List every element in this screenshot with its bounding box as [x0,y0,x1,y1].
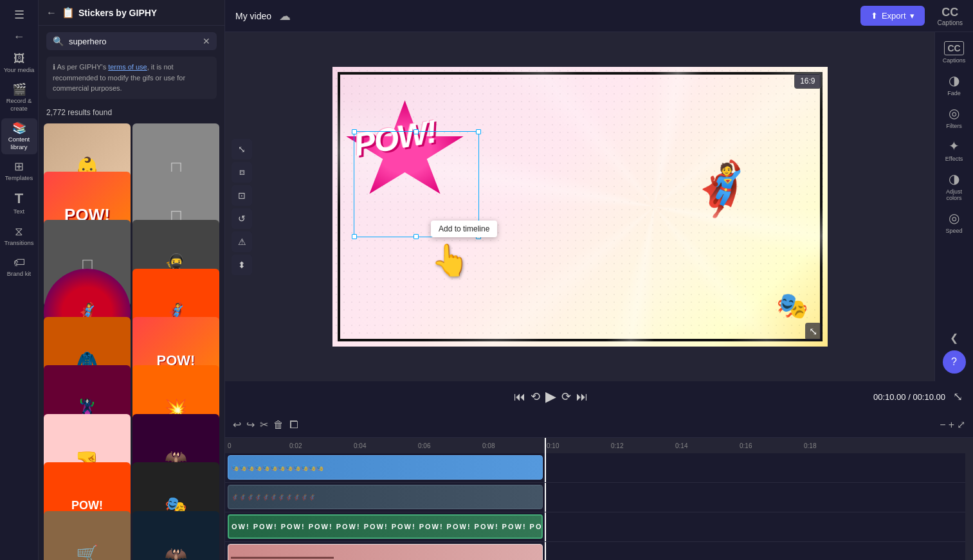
fit-button[interactable]: ⊡ [232,185,252,206]
track-row-2: 🦸🦸🦸🦸🦸🦸🦸🦸🦸🦸🦸 [225,483,965,512]
stickers-panel: ← 📋 Stickers by GIPHY 🔍 ✕ ℹ As per GIPHY… [39,0,225,560]
sidebar-item-content-library[interactable]: 📚 Contentlibrary [1,118,37,154]
main-area: My video ☁ ⬆ Export ▾ CC Captions ⤡ ⧈ ⊡ … [225,0,973,560]
captions-tool-label: Captions [943,57,966,64]
notice-text: ℹ As per GIPHY's terms of use, it is not… [53,63,185,92]
track2-playhead [545,483,546,512]
fade-label: Fade [947,90,961,96]
aspect-ratio-badge[interactable]: 16:9 [794,73,821,89]
timeline-cut-button[interactable]: ✂ [260,419,268,431]
track-row-3: OW! POW! POW! POW! POW! POW! POW! POW! P… [225,512,965,542]
adjust-label: Adjust colors [940,188,968,201]
fullscreen-button[interactable]: ⤡ [805,323,821,340]
sidebar-item-brand-kit[interactable]: 🏷 Brand kit [1,253,37,281]
right-panel: CC Captions ◑ Fade ◎ Filters ✦ Effects ◑… [934,32,973,381]
panel-back-button[interactable]: ← [46,7,57,19]
captions-button[interactable]: CC Captions [938,6,963,26]
track-clip-4[interactable]: ▬▬▬▬▬▬▬▬▬▬▬▬▬▬▬▬ [228,544,543,560]
panel-title-area: 📋 Stickers by GIPHY [62,6,157,19]
sticker-item-18[interactable]: 🦇 [132,511,219,560]
right-tool-fade[interactable]: ◑ Fade [938,69,971,100]
your-media-icon: 🖼 [14,53,25,64]
export-button[interactable]: ⬆ Export ▾ [860,6,925,26]
timeline-delete-button[interactable]: 🗑 [273,419,284,431]
track3-playhead [545,512,546,541]
video-canvas: 🦸 🎭 POW! [332,67,828,347]
warning-button[interactable]: ⚠ [232,231,252,252]
cc-icon: CC [941,6,958,19]
sticker-grid: 👶 ◻ POW! ◻ ◻ 🥷 🦸‍♀️ 🦸 🧥 POW! [39,121,224,561]
timeline-redo-button[interactable]: ↪ [246,419,255,431]
sidebar-item-text[interactable]: T Text [1,188,37,219]
right-tool-captions[interactable]: CC Captions [938,37,971,68]
pow-sticker-element[interactable]: POW! [344,100,466,203]
sidebar-item-menu[interactable]: ☰ [1,5,37,24]
ruler-04: 0:04 [354,442,366,449]
timeline-undo-button[interactable]: ↩ [233,419,241,431]
sidebar-item-back[interactable]: ← [1,27,37,46]
crop-button[interactable]: ⧈ [232,162,252,183]
help-button[interactable]: ? [943,350,966,374]
expand-canvas-button[interactable]: ⤡ [232,139,252,159]
project-title: My video [235,11,271,21]
timeline-clip-button[interactable]: ⧠ [289,419,299,431]
brand-kit-icon: 🏷 [14,257,25,268]
track-clip-2[interactable]: 🦸🦸🦸🦸🦸🦸🦸🦸🦸🦸🦸 [228,485,543,509]
fullscreen-playback-button[interactable]: ⤡ [953,390,963,404]
flip-button[interactable]: ⬍ [232,255,252,275]
sidebar-item-record[interactable]: 🎬 Record &create [1,80,37,116]
fast-forward-button[interactable]: ⟳ [561,390,571,404]
ruler-start: 0 [228,442,232,449]
undo-canvas-button[interactable]: ↺ [232,208,252,229]
templates-label: Templates [5,174,33,181]
speed-label: Speed [945,228,962,234]
topbar: My video ☁ ⬆ Export ▾ CC Captions [225,0,973,32]
sticker-item-17[interactable]: 🛒 [44,511,131,560]
right-tool-filters[interactable]: ◎ Filters [938,102,971,133]
skip-back-button[interactable]: ⏮ [514,390,525,404]
brand-kit-label: Brand kit [7,270,32,277]
filters-label: Filters [946,123,962,129]
right-tool-speed[interactable]: ◎ Speed [938,206,971,238]
templates-icon: ⊞ [14,161,24,172]
track-clip-1[interactable]: 🎭🎭🎭🎭🎭🎭🎭🎭🎭🎭🎭🎭 [228,455,543,480]
giphy-notice: ℹ As per GIPHY's terms of use, it is not… [46,57,217,99]
play-pause-button[interactable]: ▶ [545,388,556,405]
sidebar-item-templates[interactable]: ⊞ Templates [1,157,37,185]
search-input[interactable] [69,37,197,46]
results-count: 2,772 results found [39,104,224,121]
right-tool-adjust[interactable]: ◑ Adjust colors [938,167,971,205]
help-icon: ? [951,356,957,368]
transitions-icon: ⧖ [15,226,23,237]
content-library-icon: 📚 [12,122,26,134]
playhead[interactable] [545,438,546,453]
zoom-in-button[interactable]: + [949,419,954,431]
play-controls: ⏮ ⟲ ▶ ⟳ ⏭ [235,388,866,405]
sidebar-item-transitions[interactable]: ⧖ Transitions [1,222,37,250]
canvas-wrapper: ⤡ ⧈ ⊡ ↺ ⚠ ⬍ 🦸 [225,32,934,381]
collapse-right-panel-button[interactable]: ❮ [945,327,963,349]
rewind-button[interactable]: ⟲ [531,390,540,404]
track-row-1: 🎭🎭🎭🎭🎭🎭🎭🎭🎭🎭🎭🎭 [225,453,965,483]
expand-timeline-button[interactable]: ⤢ [957,419,965,431]
search-clear-button[interactable]: ✕ [203,36,210,46]
right-tool-effects[interactable]: ✦ Effects [938,134,971,166]
ruler-08: 0:08 [482,442,495,449]
skip-forward-button[interactable]: ⏭ [576,390,588,404]
timeline-scrollbar[interactable] [965,438,973,560]
sidebar-item-your-media[interactable]: 🖼 Your media [1,49,37,77]
filters-icon: ◎ [949,105,959,121]
zoom-out-button[interactable]: − [940,419,945,431]
time-display: 00:10.00 / 00:10.00 [871,392,948,402]
export-icon: ⬆ [871,11,878,21]
search-container: 🔍 ✕ [39,26,224,57]
panel-title-icon: 📋 [62,6,75,19]
captions-icon: CC [944,41,963,55]
track-clip-3[interactable]: OW! POW! POW! POW! POW! POW! POW! POW! P… [228,514,543,539]
search-box: 🔍 ✕ [46,32,217,50]
speed-icon: ◎ [949,210,959,226]
project-options-button[interactable]: ☁ [279,9,291,23]
timeline-toolbar: ↩ ↪ ✂ 🗑 ⧠ − + ⤢ [225,412,973,438]
timeline-content: 0 0:02 0:04 0:06 0:08 0:10 0:12 0:14 0:1… [225,438,973,560]
terms-of-use-link[interactable]: terms of use [108,63,147,71]
